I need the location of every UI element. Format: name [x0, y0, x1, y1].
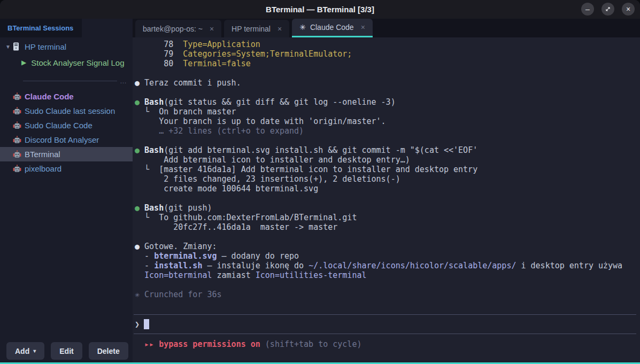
collapse-caret-icon[interactable]: ▼: [5, 44, 12, 50]
tab-label: bartek@pop-os: ~: [143, 25, 203, 33]
terminal-line: [135, 88, 640, 97]
divider-line: [23, 81, 117, 81]
terminal-tab[interactable]: HP terminal×: [224, 20, 289, 37]
terminal-line: [135, 68, 640, 78]
play-icon: ▶: [21, 59, 26, 66]
tree-child-label: Stock Analyser Signal Log: [31, 58, 124, 67]
close-icon: ×: [626, 5, 630, 13]
text-cursor: [144, 319, 149, 329]
sidebar-item-label: pixelboard: [25, 164, 61, 173]
sidebar-header: BTerminal Sessions: [0, 19, 133, 37]
session-list: Claude CodeSudo Claude last sessionSudo …: [0, 89, 133, 176]
terminal-line: - bterminal.svg — dodany do repo: [135, 251, 640, 261]
tab-close-icon[interactable]: ×: [361, 23, 365, 32]
sidebar-item[interactable]: BTerminal: [0, 147, 133, 161]
prompt-chevron-icon: ❯: [135, 320, 140, 329]
asterisk-icon: ✳: [299, 23, 306, 32]
sidebar-item-label: Discord Bot Analyser: [25, 135, 99, 144]
edit-button[interactable]: Edit: [51, 342, 82, 360]
robot-icon: [13, 165, 21, 173]
maximize-icon: [605, 6, 611, 12]
sidebar-item-label: Sudo Claude last session: [25, 106, 115, 115]
permissions-status[interactable]: ▸▸ bypass permissions on (shift+tab to c…: [133, 334, 640, 362]
sidebar-header-tab[interactable]: BTerminal Sessions: [0, 19, 82, 37]
delete-button-label: Delete: [97, 347, 120, 355]
terminal-line: └ [master 416da1a] Add bterminal icon to…: [135, 165, 640, 174]
close-button[interactable]: ×: [622, 3, 635, 16]
maximize-button[interactable]: [602, 3, 614, 16]
bterminal-window: BTerminal — BTerminal [3/3] – ×: [0, 0, 640, 364]
terminal-output: 78 Type=Application 79 Categories=System…: [133, 37, 640, 314]
sidebar-divider: …: [23, 77, 127, 85]
sidebar-item[interactable]: Discord Bot Analyser: [0, 133, 133, 147]
ellipsis-icon: …: [120, 80, 127, 83]
tab-close-icon[interactable]: ×: [277, 25, 282, 33]
terminal-tab[interactable]: ✳Claude Code×: [292, 19, 373, 37]
terminal-line: 80 Terminal=false: [135, 59, 640, 68]
terminal-pane: bartek@pop-os: ~×HP terminal×✳Claude Cod…: [133, 19, 640, 362]
tab-label: HP terminal: [232, 25, 271, 33]
tab-bar: bartek@pop-os: ~×HP terminal×✳Claude Cod…: [133, 19, 640, 37]
sidebar-item-label: BTerminal: [25, 150, 60, 159]
titlebar[interactable]: BTerminal — BTerminal [3/3] – ×: [0, 0, 640, 19]
terminal-line: ● Gotowe. Zmiany:: [135, 242, 640, 251]
terminal[interactable]: 78 Type=Application 79 Categories=System…: [133, 37, 640, 362]
terminal-tab[interactable]: bartek@pop-os: ~×: [135, 20, 221, 37]
robot-icon: [13, 150, 21, 159]
tab-label: Claude Code: [310, 23, 354, 32]
sidebar-title: BTerminal Sessions: [7, 24, 73, 32]
sidebar-spacer: [0, 176, 133, 342]
terminal-line: [135, 232, 640, 242]
terminal-line: Your branch is up to date with 'origin/m…: [135, 117, 640, 126]
sidebar-item[interactable]: Claude Code: [0, 89, 133, 104]
terminal-line: Icon=bterminal zamiast Icon=utilities-te…: [135, 270, 640, 280]
terminal-line: Add bterminal icon to installer and desk…: [135, 155, 640, 165]
add-button-label: Add: [15, 347, 29, 355]
terminal-line: [135, 193, 640, 203]
tree-item-hp-terminal[interactable]: ▼ HP terminal: [0, 38, 133, 55]
dropdown-caret-icon: ▾: [33, 348, 36, 354]
terminal-line: ● Bash(git status && git diff && git log…: [135, 97, 640, 107]
sessions-sidebar: BTerminal Sessions ▼ HP terminal: [0, 19, 133, 362]
edit-button-label: Edit: [59, 347, 73, 355]
robot-icon: [13, 121, 21, 130]
terminal-line: - install.sh — instaluje ikonę do ~/.loc…: [135, 261, 640, 270]
sidebar-item[interactable]: Sudo Claude Code: [0, 118, 133, 133]
computer-icon: [13, 42, 19, 51]
robot-icon: [13, 136, 21, 144]
tree-item-label: HP terminal: [25, 42, 66, 51]
terminal-line: [135, 280, 640, 290]
terminal-line: ● Teraz commit i push.: [135, 78, 640, 88]
add-button[interactable]: Add ▾: [6, 342, 44, 360]
delete-button[interactable]: Delete: [89, 342, 128, 360]
window-controls: – ×: [581, 3, 635, 16]
terminal-line: … +32 lines (ctrl+o to expand): [135, 126, 640, 136]
sidebar-item[interactable]: pixelboard: [0, 161, 133, 176]
terminal-line: 79 Categories=System;TerminalEmulator;: [135, 49, 640, 59]
terminal-line: [135, 136, 640, 145]
sidebar-item-label: Claude Code: [25, 92, 74, 101]
sidebar-buttons: Add ▾ Edit Delete: [0, 342, 133, 362]
tree-item-stock-analyser[interactable]: ▶ Stock Analyser Signal Log: [0, 55, 133, 71]
sidebar-item-label: Sudo Claude Code: [25, 121, 92, 130]
session-tree: ▼ HP terminal ▶ Stock Analyser Signal Lo…: [0, 37, 133, 71]
prompt-input[interactable]: ❯: [133, 315, 640, 334]
terminal-line: create mode 100644 bterminal.svg: [135, 184, 640, 193]
terminal-line: └ To github.com:DexterFromLab/BTerminal.…: [135, 213, 640, 222]
main-area: BTerminal Sessions ▼ HP terminal: [0, 19, 640, 362]
terminal-line: 2 files changed, 23 insertions(+), 2 del…: [135, 174, 640, 184]
robot-icon: [13, 107, 21, 115]
terminal-line: ✳ Crunched for 36s: [135, 290, 640, 299]
sidebar-item[interactable]: Sudo Claude last session: [0, 104, 133, 118]
terminal-line: ● Bash(git add bterminal.svg install.sh …: [135, 145, 640, 155]
minimize-button[interactable]: –: [581, 3, 594, 16]
terminal-line: ● Bash(git push): [135, 203, 640, 213]
minimize-icon: –: [585, 5, 590, 13]
tab-close-icon[interactable]: ×: [210, 25, 214, 33]
robot-icon: [13, 92, 21, 101]
terminal-line: 20fc27f..416da1a master -> master: [135, 222, 640, 232]
window-title: BTerminal — BTerminal [3/3]: [266, 5, 374, 14]
terminal-line: 78 Type=Application: [135, 40, 640, 49]
terminal-line: └ On branch master: [135, 107, 640, 117]
